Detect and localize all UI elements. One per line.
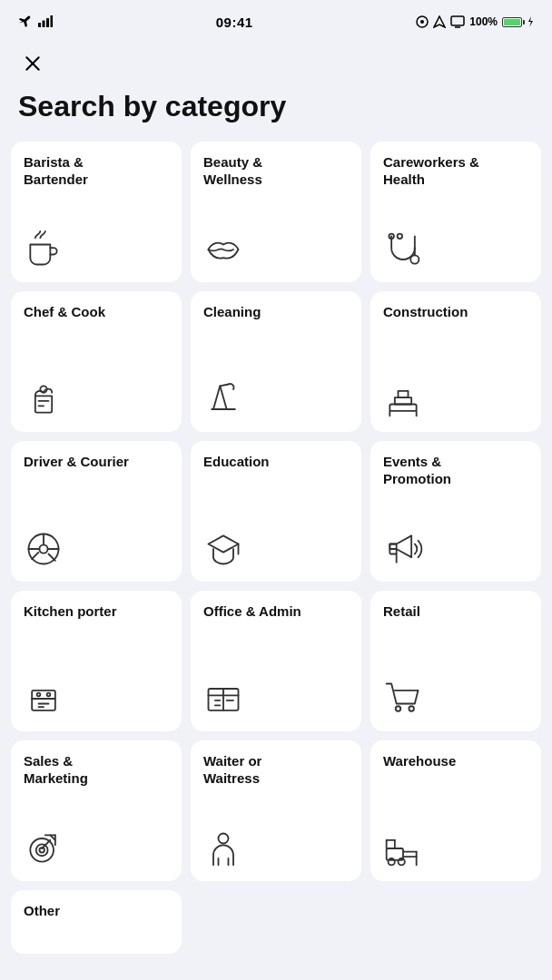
category-icon-office — [203, 670, 349, 719]
category-card-kitchen-porter[interactable]: Kitchen porter — [11, 591, 182, 731]
category-card-waiter-waitress[interactable]: Waiter orWaitress — [191, 740, 361, 881]
category-card-education[interactable]: Education — [191, 441, 361, 582]
status-time: 09:41 — [216, 15, 253, 30]
battery-percent: 100% — [469, 15, 498, 28]
category-icon-cart — [383, 670, 528, 719]
category-icon-steering — [24, 520, 169, 569]
category-icon-kitchen — [24, 670, 169, 719]
nav-icon — [433, 15, 446, 28]
category-card-barista-bartender[interactable]: Barista &Bartender — [11, 142, 182, 282]
category-icon-cleaning — [203, 370, 349, 419]
category-icon-construction — [383, 370, 528, 419]
category-label: Barista &Bartender — [24, 154, 169, 189]
category-label: Waiter orWaitress — [203, 753, 349, 788]
category-card-events-promotion[interactable]: Events &Promotion — [370, 441, 541, 582]
category-label: Driver & Courier — [24, 454, 169, 471]
category-card-cleaning[interactable]: Cleaning — [191, 291, 361, 432]
svg-point-54 — [219, 834, 229, 844]
category-card-careworkers-health[interactable]: Careworkers &Health — [370, 142, 541, 282]
location-icon — [416, 15, 429, 28]
svg-rect-0 — [38, 23, 41, 27]
category-label: Other — [24, 903, 169, 920]
svg-rect-1 — [43, 21, 45, 28]
category-icon-coffee — [24, 220, 169, 270]
category-icon-stethoscope — [383, 220, 528, 270]
category-icon-waiter — [203, 819, 349, 868]
category-card-sales-marketing[interactable]: Sales &Marketing — [11, 740, 182, 881]
category-label: Careworkers &Health — [383, 154, 528, 189]
category-icon-lips — [203, 220, 349, 270]
category-label: Construction — [383, 304, 528, 321]
category-grid: Barista &Bartender Beauty &Wellness Care… — [0, 142, 552, 972]
battery-icon — [502, 17, 522, 27]
screen-icon — [450, 15, 465, 28]
svg-point-35 — [37, 693, 41, 697]
close-button[interactable] — [18, 49, 47, 78]
svg-point-26 — [39, 545, 47, 554]
category-label: Cleaning — [203, 304, 349, 321]
category-card-retail[interactable]: Retail — [370, 591, 541, 731]
svg-rect-7 — [451, 16, 464, 25]
category-card-construction[interactable]: Construction — [370, 291, 541, 432]
category-card-beauty-wellness[interactable]: Beauty &Wellness — [191, 142, 361, 282]
category-card-other[interactable]: Other — [11, 890, 182, 954]
svg-point-47 — [30, 838, 54, 862]
svg-rect-21 — [395, 398, 411, 405]
svg-point-45 — [396, 707, 401, 712]
category-label: Events &Promotion — [383, 454, 528, 488]
close-icon — [24, 54, 42, 73]
category-icon-megaphone — [383, 520, 528, 569]
category-label: Kitchen porter — [24, 603, 169, 621]
status-bar: 09:41 100% — [0, 0, 552, 40]
category-icon-forklift — [383, 819, 528, 868]
category-card-warehouse[interactable]: Warehouse — [370, 740, 541, 881]
airplane-icon — [18, 15, 33, 28]
category-icon-education — [203, 520, 349, 569]
svg-point-11 — [410, 256, 419, 264]
category-card-office-admin[interactable]: Office & Admin — [191, 591, 361, 731]
svg-rect-22 — [399, 391, 409, 397]
svg-point-48 — [36, 845, 48, 857]
status-right: 100% — [416, 15, 534, 28]
svg-point-14 — [398, 234, 403, 240]
category-label: Retail — [383, 603, 528, 621]
category-card-chef-cook[interactable]: Chef & Cook — [11, 291, 182, 432]
category-label: Sales &Marketing — [24, 753, 169, 788]
category-label: Education — [203, 454, 349, 471]
category-icon-chef — [24, 370, 169, 419]
status-left — [18, 15, 53, 28]
signal-icon — [38, 15, 53, 28]
category-label: Office & Admin — [203, 603, 349, 621]
svg-rect-3 — [51, 15, 54, 27]
svg-line-19 — [220, 385, 228, 387]
category-card-driver-courier[interactable]: Driver & Courier — [11, 441, 182, 582]
category-icon-target — [24, 819, 169, 868]
charging-icon — [527, 15, 534, 28]
category-label: Chef & Cook — [24, 304, 169, 321]
svg-rect-2 — [46, 18, 49, 27]
category-label: Warehouse — [383, 753, 528, 770]
svg-point-36 — [47, 693, 51, 697]
svg-point-46 — [409, 707, 414, 712]
svg-marker-6 — [434, 16, 445, 27]
page-title: Search by category — [0, 78, 552, 142]
svg-rect-20 — [389, 405, 416, 411]
category-label: Beauty &Wellness — [203, 154, 349, 189]
svg-point-5 — [420, 20, 424, 24]
